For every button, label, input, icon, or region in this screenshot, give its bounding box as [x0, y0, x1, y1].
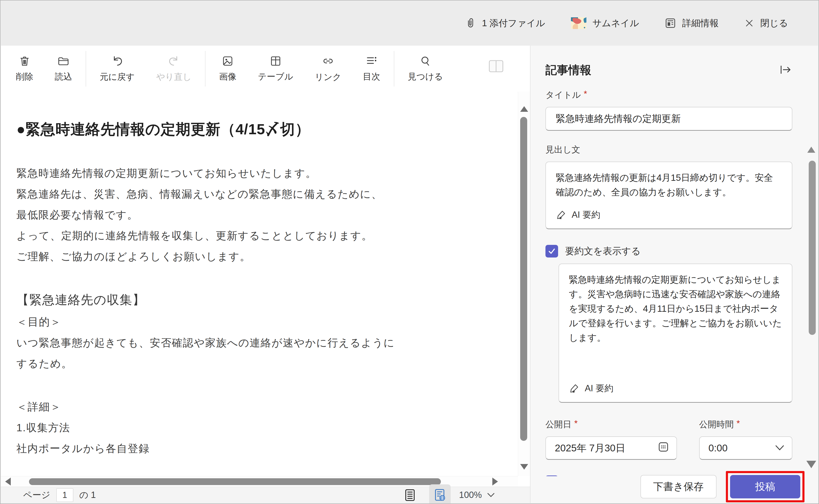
- document-canvas[interactable]: ●緊急時連絡先情報の定期更新（4/15〆切） 緊急時連絡先情報の定期更新について…: [1, 92, 518, 476]
- ai-pen-icon: [569, 383, 580, 394]
- load-label: 読込: [55, 71, 72, 83]
- link-icon: [321, 54, 334, 68]
- zoom-control[interactable]: 100%: [459, 490, 495, 500]
- required-asterisk: *: [584, 89, 587, 101]
- search-icon: [419, 55, 432, 67]
- document-paragraph: 1.収集方法: [16, 417, 509, 438]
- thumbnail-button[interactable]: サムネイル: [571, 17, 639, 29]
- ai-summary-button[interactable]: AI 要約: [569, 381, 782, 395]
- document-paragraph: 緊急連絡先は、災害、急病、情報漏えいなどの緊急事態に備えるために、: [16, 184, 509, 204]
- split-pane-icon: [488, 59, 504, 73]
- panel-footer: 下書き保存 投稿: [531, 476, 818, 503]
- status-bar: ページ の 1 100%: [1, 487, 530, 503]
- document-paragraph: 社内ポータルから各自登録: [16, 438, 509, 459]
- undo-icon: [111, 55, 124, 67]
- toolbar-separator: [394, 51, 394, 87]
- post-button[interactable]: 投稿: [730, 475, 800, 498]
- ai-summary-label: AI 要約: [585, 381, 613, 395]
- document-vertical-scrollbar[interactable]: [518, 92, 530, 476]
- document-paragraph: 最低限必要な情報です。: [16, 204, 509, 225]
- trash-icon: [18, 55, 31, 67]
- summary-text: 緊急時連絡先情報の定期更新についてお知らせします。災害や急病時に迅速な安否確認や…: [569, 275, 782, 343]
- document-section-heading: 【緊急連絡先の収集】: [16, 289, 509, 310]
- ai-pen-icon: [556, 209, 567, 220]
- toc-button[interactable]: 目次: [352, 55, 391, 83]
- document-title: ●緊急時連絡先情報の定期更新（4/15〆切）: [16, 119, 509, 139]
- page-number-input[interactable]: [56, 488, 73, 502]
- publish-date-value: 2025年 7月30日: [555, 442, 625, 455]
- close-icon: [744, 18, 754, 28]
- scroll-down-arrow-icon[interactable]: [520, 464, 528, 470]
- web-view-icon: [434, 488, 446, 502]
- zoom-value: 100%: [459, 490, 482, 500]
- document-view-icon: [404, 488, 416, 502]
- vertical-scrollbar-thumb[interactable]: [520, 117, 527, 441]
- panel-scroll-down-arrow-icon[interactable]: [806, 461, 816, 468]
- show-summary-checkbox-row[interactable]: 要約文を表示する: [546, 245, 792, 257]
- title-input[interactable]: 緊急時連絡先情報の定期更新: [546, 107, 792, 131]
- headline-text: 緊急連絡先情報の更新は4月15日締め切りです。安全確認のため、全員の協力をお願い…: [556, 173, 773, 197]
- datepicker-icon[interactable]: [657, 441, 670, 455]
- panel-scrollbar-thumb[interactable]: [809, 161, 816, 335]
- table-button[interactable]: テーブル: [247, 55, 304, 83]
- split-pane-button[interactable]: [488, 59, 504, 74]
- reading-view-button[interactable]: [399, 484, 421, 504]
- attachments-label: 1 添付ファイル: [482, 17, 545, 29]
- delete-button[interactable]: 削除: [5, 55, 44, 83]
- publish-date-input[interactable]: 2025年 7月30日: [546, 436, 677, 460]
- link-button[interactable]: リンク: [304, 54, 352, 83]
- image-button[interactable]: 画像: [208, 55, 247, 83]
- ai-summary-button[interactable]: AI 要約: [556, 207, 782, 222]
- toc-label: 目次: [363, 71, 380, 83]
- article-info-panel: 記事情報 タイトル * 緊急時連絡先情報の定期更新 見出し文 緊急連絡先情報の更…: [530, 46, 818, 503]
- scroll-left-arrow-icon[interactable]: [5, 478, 11, 486]
- save-draft-button[interactable]: 下書き保存: [641, 475, 717, 498]
- page-count-label: の 1: [79, 489, 96, 501]
- document-paragraph: よって、定期的に連絡先情報を収集し、更新することとしております。: [16, 225, 509, 246]
- web-view-button[interactable]: [429, 484, 451, 504]
- panel-scroll-up-arrow-icon[interactable]: [807, 147, 815, 153]
- ai-summary-label: AI 要約: [572, 207, 600, 222]
- panel-title: 記事情報: [546, 62, 591, 78]
- toolbar-separator: [86, 51, 86, 87]
- redo-icon: [167, 55, 180, 67]
- main-area: 削除 読込 元に戻す: [1, 46, 818, 503]
- headline-textarea[interactable]: 緊急連絡先情報の更新は4月15日締め切りです。安全確認のため、全員の協力をお願い…: [546, 162, 792, 229]
- close-label: 閉じる: [760, 17, 788, 29]
- find-label: 見つける: [408, 71, 443, 83]
- horizontal-scrollbar-thumb[interactable]: [29, 478, 441, 485]
- document-paragraph: ご理解、ご協力のほどよろしくお願いします。: [16, 246, 509, 267]
- undo-button[interactable]: 元に戻す: [89, 55, 145, 83]
- load-button[interactable]: 読込: [44, 55, 83, 83]
- folder-icon: [57, 55, 69, 67]
- summary-textarea[interactable]: 緊急時連絡先情報の定期更新についてお知らせします。災害や急病時に迅速な安否確認や…: [559, 264, 792, 403]
- close-button[interactable]: 閉じる: [744, 17, 788, 29]
- find-button[interactable]: 見つける: [397, 55, 454, 83]
- redo-label: やり直し: [156, 71, 192, 83]
- document-paragraph: いつ緊急事態が起きても、安否確認や家族への連絡が速やかに行えるように: [16, 332, 509, 353]
- show-summary-label: 要約文を表示する: [565, 245, 641, 257]
- link-label: リンク: [315, 71, 341, 83]
- thumbnail-image-icon: [571, 17, 586, 29]
- required-asterisk: *: [737, 419, 740, 430]
- document-subheading: ＜目的＞: [16, 312, 509, 332]
- redo-button[interactable]: やり直し: [145, 55, 202, 83]
- details-button[interactable]: 詳細情報: [665, 17, 719, 29]
- editor-window: 1 添付ファイル サムネイル 詳細情報: [0, 0, 819, 504]
- page-label: ページ: [23, 489, 50, 501]
- publish-date-label: 公開日: [546, 419, 572, 430]
- undo-label: 元に戻す: [100, 71, 135, 83]
- checkbox-checked-icon[interactable]: [546, 245, 558, 257]
- required-asterisk: *: [574, 419, 578, 430]
- image-icon: [222, 55, 234, 67]
- collapse-panel-icon[interactable]: [779, 64, 792, 76]
- scroll-up-arrow-icon[interactable]: [520, 106, 528, 112]
- thumbnail-label: サムネイル: [593, 17, 639, 29]
- publish-time-select[interactable]: 0:00: [699, 436, 792, 460]
- highlight-annotation-box: 投稿: [726, 471, 804, 502]
- attachments-button[interactable]: 1 添付ファイル: [466, 17, 545, 29]
- chevron-down-icon: [487, 492, 495, 498]
- publish-time-value: 0:00: [709, 442, 728, 454]
- delete-label: 削除: [16, 71, 33, 83]
- document-subheading: ＜詳細＞: [16, 396, 509, 417]
